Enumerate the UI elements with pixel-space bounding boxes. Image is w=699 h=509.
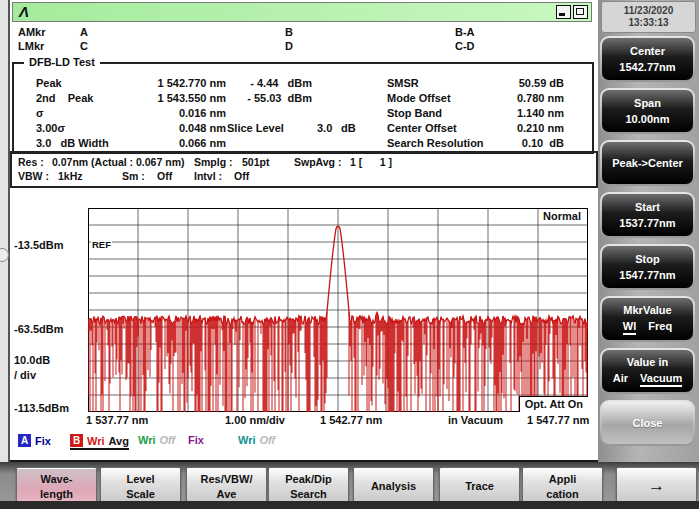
x-axis-medium-label: in Vacuum [448, 414, 503, 426]
second-peak-level-value: - 55.03 dBm [226, 92, 312, 104]
smsr-label: SMSR [387, 77, 419, 89]
fkey-peak-dip-search-line2: Search [269, 487, 348, 501]
amkr-trace-a: A [80, 26, 88, 38]
trace-c-mode-write: Wri [138, 434, 156, 446]
dfb-ld-test-title: DFB-LD Test [24, 56, 100, 68]
fkey-level-scale-line1: Level [101, 472, 180, 486]
vbw-value: 1kHz [58, 170, 83, 182]
lmkr-trace-cd: C-D [455, 40, 475, 52]
amkr-trace-b: B [285, 26, 293, 38]
smsr-value: 50.59 dB [472, 77, 564, 89]
fkey-analysis-label: Analysis [354, 479, 433, 493]
three-sigma-value: 0.048 nm [114, 122, 226, 134]
stop-wavelength-button[interactable]: Stop 1547.77nm [600, 244, 695, 290]
value-in-vacuum-option: Vacuum [640, 372, 682, 387]
trace-b-mode-write: Wri [87, 435, 105, 447]
window-titlebar: Λ [12, 2, 592, 22]
sm-label: Sm : [122, 170, 145, 182]
start-wavelength-button[interactable]: Start 1537.77nm [600, 192, 695, 238]
mkr-value-freq-option: Freq [648, 320, 672, 335]
maximize-button[interactable] [573, 5, 588, 19]
fkey-level-scale-line2: Scale [101, 487, 180, 501]
x-axis-per-div-label: 1.00 nm/div [225, 414, 285, 426]
trace-e-mode-off: Off [260, 434, 276, 446]
sigma-value: 0.016 nm [114, 107, 226, 119]
spectrum-graph[interactable]: Normal REF Opt. Att On [88, 208, 588, 412]
y-scale-per-div-unit: / div [14, 369, 36, 381]
db-width-value: 0.066 nm [114, 137, 226, 149]
start-button-label: Start [635, 201, 660, 213]
mkr-value-label: MkrValue [623, 304, 671, 316]
three-sigma-label: 3.00σ [36, 122, 65, 134]
stop-band-label: Stop Band [387, 107, 442, 119]
fkey-application-line1: Appli [523, 472, 602, 486]
stop-band-value: 1.140 nm [472, 107, 564, 119]
trace-c-selector[interactable]: Wri Off [138, 434, 175, 446]
close-button[interactable]: Close [600, 400, 695, 446]
res-label: Res : [18, 156, 44, 168]
slice-level-value: 3.0 [317, 122, 332, 134]
center-button-value: 1542.77nm [619, 61, 675, 73]
y-axis-mid-level-label: -63.5dBm [14, 323, 64, 335]
smplg-value: 501pt [242, 156, 269, 168]
peak-to-center-button[interactable]: Peak->Center [600, 140, 695, 186]
marker-value-toggle-button[interactable]: MkrValue Wl Freq [600, 296, 695, 342]
second-peak-wavelength-value: 1 543.550 nm [114, 92, 226, 104]
fkey-wavelength-line1: Wave- [17, 472, 96, 486]
lmkr-trace-d: D [285, 40, 293, 52]
trace-d-selector[interactable]: Fix [188, 434, 204, 446]
center-button-label: Center [630, 45, 665, 57]
search-resolution-value: 0.10 dB [472, 137, 564, 149]
trace-a-mode: Fix [35, 435, 51, 447]
datetime-display: 11/23/2020 13:33:13 [601, 1, 696, 33]
intvl-value: Off [234, 170, 249, 182]
fkey-application-line2: cation [523, 487, 602, 501]
more-arrow-icon: → [617, 475, 696, 497]
slice-level-label: Slice Level [227, 122, 284, 134]
osa-application-window: Λ AMkr A B B-A LMkr C D C-D DFB-LD Test … [0, 0, 699, 509]
fkey-res-vbw-ave-line2: Ave [187, 487, 266, 501]
anritsu-logo-icon: Λ [19, 3, 29, 20]
trace-d-mode: Fix [188, 434, 204, 446]
trace-b-selector[interactable]: B Wri Avg [70, 434, 129, 450]
trace-b-key: B [70, 434, 83, 447]
bottom-strip [0, 501, 699, 509]
left-bezel [0, 0, 10, 462]
swpavg-label: SwpAvg : [294, 156, 341, 168]
trace-e-selector[interactable]: Wri Off [238, 434, 275, 446]
peak-level-value: - 4.44 dBm [226, 77, 312, 89]
trace-b-mode-avg: Avg [109, 435, 129, 447]
x-axis-center-label: 1 542.77 nm [320, 414, 382, 426]
stop-button-value: 1547.77nm [619, 269, 675, 281]
peak-to-center-label: Peak->Center [612, 157, 683, 169]
mode-offset-label: Mode Offset [387, 92, 451, 104]
res-value: 0.07nm (Actual : 0.067 nm) [52, 156, 184, 168]
span-button[interactable]: Span 10.00nm [600, 88, 695, 134]
fkey-wavelength-line2: length [17, 487, 96, 501]
trace-a-key: A [18, 434, 31, 447]
center-wavelength-button[interactable]: Center 1542.77nm [600, 36, 695, 82]
intvl-label: Intvl : [194, 170, 222, 182]
center-offset-value: 0.210 nm [472, 122, 564, 134]
close-button-label: Close [633, 417, 663, 429]
slice-level-unit: dB [341, 122, 356, 134]
peak-label: Peak [36, 77, 62, 89]
lmkr-label: LMkr [18, 40, 44, 52]
amkr-label: AMkr [18, 26, 46, 38]
mode-offset-value: 0.780 nm [472, 92, 564, 104]
trace-a-selector[interactable]: A Fix [18, 434, 51, 447]
second-peak-label: 2nd Peak [36, 92, 93, 104]
value-in-toggle-button[interactable]: Value in Air Vacuum [600, 348, 695, 394]
fkey-res-vbw-ave-line1: Res/VBW/ [187, 472, 266, 486]
fkey-trace-label: Trace [440, 479, 519, 493]
x-axis-stop-label: 1 547.77 nm [527, 414, 589, 426]
swpavg-value: 1 [ 1 ] [350, 156, 392, 168]
dfb-ld-test-groupbox: DFB-LD Test Peak 1 542.770 nm - 4.44 dBm… [12, 62, 594, 154]
spectrum-trace-svg [88, 208, 588, 412]
value-in-air-option: Air [613, 372, 628, 387]
lmkr-trace-c: C [80, 40, 88, 52]
marker-row-wavelength: LMkr C D C-D [8, 40, 598, 53]
trace-mode-label: Normal [540, 210, 584, 222]
time-text: 13:33:13 [602, 17, 695, 30]
minimize-button[interactable] [556, 5, 571, 19]
